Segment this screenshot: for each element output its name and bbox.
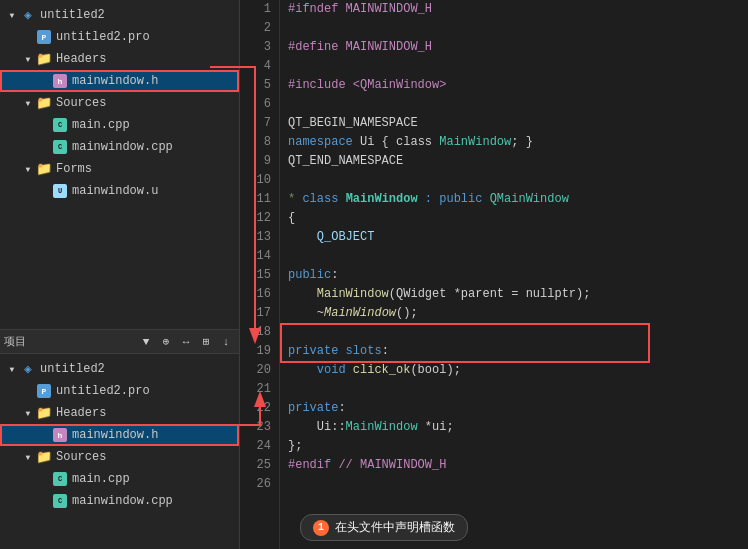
file-icon-mainwindow.ui: U — [52, 183, 68, 199]
line-num-23: 23 — [248, 418, 271, 437]
sidebar-item-forms[interactable]: 📁Forms — [0, 158, 239, 180]
line-num-15: 15 — [248, 266, 271, 285]
file-icon-sources: 📁 — [36, 95, 52, 111]
file-icon-untitled2: ◈ — [20, 7, 36, 23]
sidebar-bottom-panel: 项目 ▼ ⊕ ↔ ⊞ ↓ ◈untitled2Puntitled2.pro📁He… — [0, 329, 239, 549]
line-num-21: 21 — [248, 380, 271, 399]
toolbar-add-btn[interactable]: ⊕ — [157, 333, 175, 351]
item-label-headers-b: Headers — [56, 406, 106, 420]
annotation-number: 1 — [313, 520, 329, 536]
sidebar-bottom-content: ◈untitled2Puntitled2.pro📁Headershmainwin… — [0, 354, 239, 549]
annotation-text: 在头文件中声明槽函数 — [335, 519, 455, 536]
sidebar-item-mainwindow.h-b[interactable]: hmainwindow.h — [0, 424, 239, 446]
panel-label: 项目 — [4, 334, 135, 349]
file-icon-headers-b: 📁 — [36, 405, 52, 421]
file-icon-untitled2.pro: P — [36, 29, 52, 45]
code-line-9: QT_END_NAMESPACE — [288, 152, 740, 171]
tree-arrow-headers-b[interactable] — [20, 405, 36, 421]
code-line-22: private: — [288, 399, 740, 418]
item-label-untitled2.pro-b: untitled2.pro — [56, 384, 150, 398]
sidebar-item-untitled2-b[interactable]: ◈untitled2 — [0, 358, 239, 380]
file-icon-mainwindow.cpp: C — [52, 139, 68, 155]
tree-arrow-sources[interactable] — [20, 95, 36, 111]
code-editor: 1234567891011121314151617181920212223242… — [240, 0, 748, 549]
line-num-2: 2 — [248, 19, 271, 38]
code-area[interactable]: 1234567891011121314151617181920212223242… — [240, 0, 748, 549]
toolbar-link-btn[interactable]: ↔ — [177, 333, 195, 351]
file-icon-untitled2-b: ◈ — [20, 361, 36, 377]
line-num-6: 6 — [248, 95, 271, 114]
sidebar-item-mainwindow.h[interactable]: hmainwindow.h — [0, 70, 239, 92]
sidebar-item-sources-b[interactable]: 📁Sources — [0, 446, 239, 468]
line-num-14: 14 — [248, 247, 271, 266]
code-line-15: public: — [288, 266, 740, 285]
sidebar-item-untitled2.pro-b[interactable]: Puntitled2.pro — [0, 380, 239, 402]
code-line-23: Ui::MainWindow *ui; — [288, 418, 740, 437]
tree-arrow-untitled2-b[interactable] — [4, 361, 20, 377]
sidebar-item-mainwindow.cpp-b[interactable]: Cmainwindow.cpp — [0, 490, 239, 512]
item-label-untitled2-b: untitled2 — [40, 362, 105, 376]
tree-arrow-untitled2[interactable] — [4, 7, 20, 23]
line-num-9: 9 — [248, 152, 271, 171]
tree-arrow-forms[interactable] — [20, 161, 36, 177]
code-line-25: #endif // MAINWINDOW_H — [288, 456, 740, 475]
line-num-7: 7 — [248, 114, 271, 133]
sidebar-bottom-toolbar: 项目 ▼ ⊕ ↔ ⊞ ↓ — [0, 330, 239, 354]
code-line-24: }; — [288, 437, 740, 456]
code-line-4 — [288, 57, 740, 76]
toolbar-split-btn[interactable]: ⊞ — [197, 333, 215, 351]
tree-arrow-sources-b[interactable] — [20, 449, 36, 465]
sidebar-item-untitled2.pro[interactable]: Puntitled2.pro — [0, 26, 239, 48]
line-num-22: 22 — [248, 399, 271, 418]
code-line-3: #define MAINWINDOW_H — [288, 38, 740, 57]
line-num-18: 18 — [248, 323, 271, 342]
file-icon-main.cpp: C — [52, 117, 68, 133]
file-icon-headers: 📁 — [36, 51, 52, 67]
line-num-12: 12 — [248, 209, 271, 228]
item-label-mainwindow.ui: mainwindow.u — [72, 184, 158, 198]
item-label-mainwindow.cpp: mainwindow.cpp — [72, 140, 173, 154]
line-numbers: 1234567891011121314151617181920212223242… — [240, 0, 280, 549]
sidebar-item-sources[interactable]: 📁Sources — [0, 92, 239, 114]
code-line-12: { — [288, 209, 740, 228]
line-num-25: 25 — [248, 456, 271, 475]
code-line-21 — [288, 380, 740, 399]
item-label-sources-b: Sources — [56, 450, 106, 464]
line-num-19: 19 — [248, 342, 271, 361]
item-label-main.cpp-b: main.cpp — [72, 472, 130, 486]
code-line-20: void click_ok(bool); — [288, 361, 740, 380]
annotation-bubble: 1 在头文件中声明槽函数 — [300, 514, 468, 541]
code-line-5: #include <QMainWindow> — [288, 76, 740, 95]
sidebar-item-mainwindow.cpp[interactable]: Cmainwindow.cpp — [0, 136, 239, 158]
code-line-16: MainWindow(QWidget *parent = nullptr); — [288, 285, 740, 304]
sidebar-item-headers[interactable]: 📁Headers — [0, 48, 239, 70]
sidebar-item-main.cpp[interactable]: Cmain.cpp — [0, 114, 239, 136]
file-icon-untitled2.pro-b: P — [36, 383, 52, 399]
code-line-19: private slots: — [288, 342, 740, 361]
item-label-untitled2: untitled2 — [40, 8, 105, 22]
line-num-4: 4 — [248, 57, 271, 76]
sidebar-item-headers-b[interactable]: 📁Headers — [0, 402, 239, 424]
line-num-11: 11 — [248, 190, 271, 209]
code-line-14 — [288, 247, 740, 266]
sidebar-item-main.cpp-b[interactable]: Cmain.cpp — [0, 468, 239, 490]
line-num-5: 5 — [248, 76, 271, 95]
toolbar-filter-btn[interactable]: ▼ — [137, 333, 155, 351]
code-line-17: ~MainWindow(); — [288, 304, 740, 323]
code-line-10 — [288, 171, 740, 190]
line-num-24: 24 — [248, 437, 271, 456]
file-icon-mainwindow.cpp-b: C — [52, 493, 68, 509]
code-line-1: #ifndef MAINWINDOW_H — [288, 0, 740, 19]
sidebar-top-tree: ◈untitled2Puntitled2.pro📁Headershmainwin… — [0, 0, 239, 329]
sidebar-item-untitled2[interactable]: ◈untitled2 — [0, 4, 239, 26]
line-num-16: 16 — [248, 285, 271, 304]
line-num-20: 20 — [248, 361, 271, 380]
code-line-26 — [288, 475, 740, 494]
toolbar-down-btn[interactable]: ↓ — [217, 333, 235, 351]
sidebar-item-mainwindow.ui[interactable]: Umainwindow.u — [0, 180, 239, 202]
line-num-8: 8 — [248, 133, 271, 152]
line-num-1: 1 — [248, 0, 271, 19]
main-container: ◈untitled2Puntitled2.pro📁Headershmainwin… — [0, 0, 748, 549]
item-label-untitled2.pro: untitled2.pro — [56, 30, 150, 44]
tree-arrow-headers[interactable] — [20, 51, 36, 67]
